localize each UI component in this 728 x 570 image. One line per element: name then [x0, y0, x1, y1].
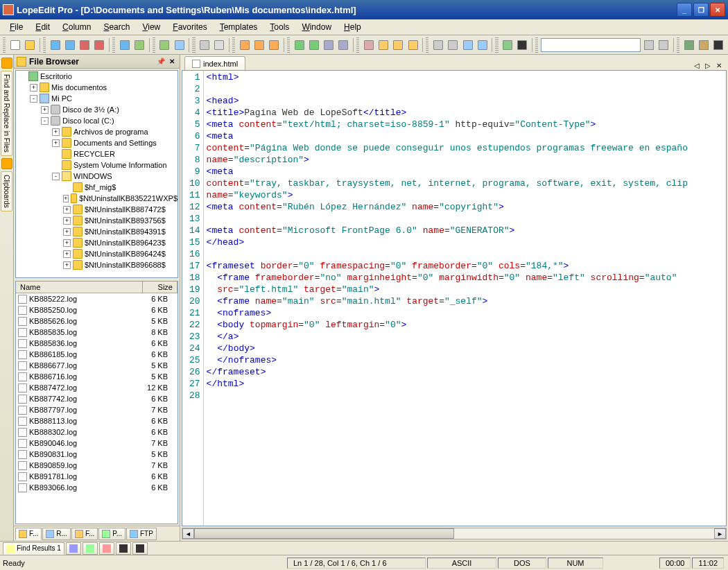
tree-expand-button[interactable]: + — [63, 239, 71, 247]
help-button[interactable] — [476, 37, 489, 53]
tree-node[interactable]: +$NtUninstallKB835221WXP$ — [16, 193, 177, 204]
code-line[interactable]: <meta content="Rubén López Hernández" na… — [207, 202, 723, 214]
tree-node[interactable]: Escritorio — [16, 71, 177, 82]
close-button[interactable] — [78, 37, 91, 53]
tree-node[interactable]: -WINDOWS — [16, 171, 177, 182]
copy-button[interactable] — [252, 37, 266, 53]
close-panel-button[interactable]: ✕ — [167, 57, 177, 67]
tab-next-button[interactable]: ▷ — [703, 60, 713, 70]
file-row[interactable]: KB886185.log6 KB — [16, 349, 177, 360]
tree-expand-button[interactable]: + — [63, 228, 71, 236]
editor-tab-index[interactable]: index.html — [184, 56, 245, 70]
redo-button[interactable] — [158, 37, 171, 53]
tree-expand-button[interactable]: + — [63, 261, 71, 269]
maximize-button[interactable]: ❐ — [693, 3, 709, 17]
code-line[interactable]: </html> — [207, 379, 723, 390]
tab-close-button[interactable]: ✕ — [714, 60, 724, 70]
browser-tab-2[interactable]: F... — [71, 528, 98, 540]
menu-favorites[interactable]: Favorites — [167, 21, 212, 33]
paste-button[interactable] — [268, 37, 281, 53]
indent-button[interactable] — [293, 37, 306, 53]
exec-button[interactable] — [697, 37, 710, 53]
tree-node[interactable]: +$NtUninstallKB893756$ — [16, 215, 177, 226]
code-line[interactable]: </frameset> — [207, 367, 723, 379]
comment-button[interactable] — [322, 37, 336, 53]
code-line[interactable]: <frameset border="0" framespacing="0" fr… — [207, 261, 723, 273]
code-line[interactable]: content="tray, taskbar, traysystem, net,… — [207, 178, 723, 190]
scroll-right-button[interactable]: ► — [714, 528, 726, 539]
file-row[interactable]: KB893066.log6 KB — [16, 482, 177, 493]
file-row[interactable]: KB886716.log5 KB — [16, 371, 177, 382]
code-line[interactable]: <html> — [207, 72, 723, 84]
menu-tools[interactable]: Tools — [264, 21, 295, 33]
code-line[interactable]: <body topmargin="0" leftmargin="0"> — [207, 320, 723, 331]
code-line[interactable]: <noframes> — [207, 308, 723, 320]
code-line[interactable]: <head> — [207, 96, 723, 107]
menu-search[interactable]: Search — [98, 21, 135, 33]
search-opt-button[interactable] — [657, 37, 670, 53]
scroll-track[interactable] — [194, 528, 714, 539]
file-row[interactable]: KB887797.log7 KB — [16, 404, 177, 415]
output-tab-3[interactable] — [99, 542, 114, 555]
col-size[interactable]: Size — [143, 282, 177, 293]
save-button[interactable] — [49, 37, 62, 53]
tree-node[interactable]: +Disco de 3½ (A:) — [16, 104, 177, 115]
output-tab-2[interactable] — [83, 542, 98, 555]
file-row[interactable]: KB885836.log6 KB — [16, 338, 177, 349]
tree-expand-button[interactable]: - — [41, 117, 49, 125]
menu-help[interactable]: Help — [338, 21, 367, 33]
code-line[interactable]: </body> — [207, 343, 723, 355]
file-row[interactable]: KB887742.log6 KB — [16, 393, 177, 404]
code-line[interactable]: <meta — [207, 131, 723, 143]
toolbar-search-input[interactable] — [541, 38, 641, 52]
tree-expand-button[interactable]: + — [63, 250, 71, 258]
code-editor[interactable]: 1234567891011121314151617181920212223242… — [182, 70, 727, 526]
code-line[interactable]: </noframes> — [207, 355, 723, 367]
open-button[interactable] — [24, 37, 37, 53]
tree-node[interactable]: +$NtUninstallKB896423$ — [16, 237, 177, 248]
code-line[interactable]: <title>Pagina Web de LopeSoft</title> — [207, 107, 723, 119]
console-tab-1[interactable] — [116, 542, 131, 555]
code-line[interactable]: <frame name="main" src="main.html" targe… — [207, 296, 723, 308]
disk-button[interactable] — [118, 37, 131, 53]
file-list[interactable]: Name Size KB885222.log6 KBKB885250.log6 … — [15, 281, 178, 524]
menu-column[interactable]: Column — [57, 21, 96, 33]
ftp-button[interactable] — [682, 37, 695, 53]
pin-button[interactable]: 📌 — [156, 57, 166, 67]
tree-node[interactable]: System Volume Information — [16, 159, 177, 171]
menu-templates[interactable]: Templates — [214, 21, 263, 33]
file-row[interactable]: KB885222.log6 KB — [16, 293, 177, 304]
tree-node[interactable]: +$NtUninstallKB894391$ — [16, 226, 177, 237]
tree-expand-button[interactable]: + — [63, 206, 71, 214]
col-name[interactable]: Name — [16, 282, 143, 293]
file-row[interactable]: KB887472.log12 KB — [16, 382, 177, 393]
menu-edit[interactable]: Edit — [30, 21, 55, 33]
tree-expand-button[interactable]: + — [52, 128, 60, 136]
tree-node[interactable]: -Mi PC — [16, 93, 177, 104]
refresh-button[interactable] — [173, 37, 186, 53]
menu-view[interactable]: View — [137, 21, 166, 33]
sidetab-clipboards[interactable]: Clipboards — [1, 171, 12, 211]
output-tab-1[interactable] — [66, 542, 81, 555]
menu-file[interactable]: File — [4, 21, 28, 33]
browser-tab-1[interactable]: R... — [42, 528, 71, 540]
minimize-button[interactable]: _ — [677, 3, 692, 17]
outdent-button[interactable] — [307, 37, 320, 53]
tree-node[interactable]: RECYCLER — [16, 148, 177, 159]
file-row[interactable]: KB890046.log7 KB — [16, 438, 177, 449]
file-row[interactable]: KB888302.log6 KB — [16, 426, 177, 438]
tree-node[interactable]: +$NtUninstallKB896688$ — [16, 259, 177, 270]
code-line[interactable]: name="keywords"> — [207, 190, 723, 202]
editor-horizontal-scrollbar[interactable]: ◄ ► — [182, 528, 727, 539]
browser-tab-4[interactable]: FTP — [126, 528, 157, 540]
tree-expand-button[interactable]: + — [30, 84, 37, 92]
file-row[interactable]: KB890859.log7 KB — [16, 460, 177, 471]
code-line[interactable] — [207, 249, 723, 261]
close-button[interactable]: ✕ — [710, 3, 725, 17]
code-line[interactable]: name="description"> — [207, 155, 723, 166]
scroll-thumb[interactable] — [194, 528, 454, 539]
code-line[interactable]: <meta content="text/html; charset=iso-88… — [207, 119, 723, 131]
sidetab-find[interactable]: Find and Replace in Files — [1, 71, 12, 156]
tree-node[interactable]: +$NtUninstallKB896424$ — [16, 248, 177, 259]
file-row[interactable]: KB888113.log6 KB — [16, 415, 177, 426]
